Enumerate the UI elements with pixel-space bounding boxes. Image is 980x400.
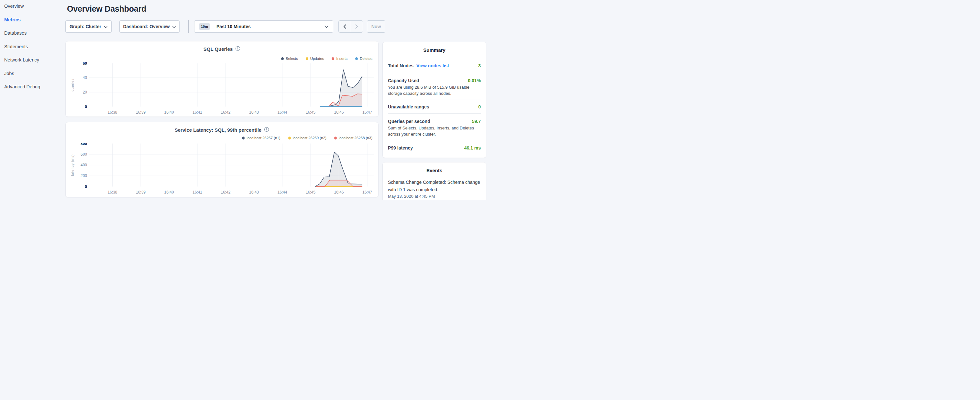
- time-range-badge: 10m: [199, 23, 210, 30]
- chart-title: SQL Queries: [66, 46, 378, 52]
- service-latency-chart-card: Service Latency: SQL, 99th percentile lo…: [65, 122, 379, 198]
- unavailable-ranges-value: 0: [478, 104, 481, 109]
- svg-text:16:41: 16:41: [192, 110, 202, 115]
- svg-text:16:45: 16:45: [306, 110, 315, 115]
- divider: [388, 73, 481, 73]
- svg-text:40: 40: [83, 75, 88, 80]
- legend-dot-icon: [334, 137, 337, 139]
- event-message[interactable]: Schema Change Completed: Schema change w…: [388, 178, 481, 193]
- page-title: Overview Dashboard: [67, 4, 146, 14]
- info-icon[interactable]: [264, 127, 269, 133]
- legend-dot-icon: [355, 57, 358, 60]
- svg-text:16:45: 16:45: [306, 190, 315, 194]
- chevron-down-icon: [104, 24, 107, 29]
- legend-dot-icon: [242, 137, 245, 139]
- legend-dot-icon: [281, 57, 284, 60]
- summary-row-qps: Queries per second 59.7: [388, 118, 481, 124]
- summary-row-unavailable-ranges: Unavailable ranges 0: [388, 103, 481, 110]
- svg-text:16:41: 16:41: [192, 190, 202, 194]
- p99-latency-value: 46.1 ms: [464, 145, 481, 150]
- svg-text:0: 0: [85, 185, 87, 189]
- sidebar-item-advanced-debug[interactable]: Advanced Debug: [4, 83, 65, 90]
- svg-text:16:39: 16:39: [136, 190, 146, 194]
- svg-text:600: 600: [81, 152, 87, 157]
- legend-dot-icon: [288, 137, 291, 139]
- svg-text:16:43: 16:43: [249, 110, 259, 115]
- sidebar-item-metrics[interactable]: Metrics: [4, 16, 65, 23]
- now-button[interactable]: Now: [367, 21, 385, 33]
- sidebar: Overview Metrics Databases Statements Ne…: [0, 0, 65, 200]
- capacity-used-value: 0.01%: [468, 78, 481, 83]
- divider: [388, 99, 481, 99]
- svg-text:200: 200: [81, 174, 87, 178]
- queries-per-second-label: Queries per second: [388, 119, 430, 124]
- chevron-down-icon: [325, 24, 328, 29]
- svg-text:16:46: 16:46: [334, 110, 344, 115]
- toolbar-divider: [188, 20, 189, 33]
- svg-text:20: 20: [83, 90, 88, 94]
- chart-title: Service Latency: SQL, 99th percentile: [66, 126, 378, 133]
- service-latency-plot: 16:3816:3916:4016:4116:4216:4316:4416:45…: [69, 143, 375, 198]
- queries-per-second-value: 59.7: [472, 119, 481, 124]
- sidebar-item-overview[interactable]: Overview: [4, 3, 65, 10]
- svg-text:16:40: 16:40: [164, 110, 174, 115]
- legend-dot-icon: [332, 57, 334, 60]
- sidebar-item-network-latency[interactable]: Network Latency: [4, 57, 65, 63]
- svg-text:16:40: 16:40: [164, 190, 174, 194]
- events-title: Events: [383, 167, 486, 173]
- capacity-used-label: Capacity Used: [388, 78, 419, 83]
- prev-time-button[interactable]: [339, 21, 351, 32]
- queries-per-second-subtext: Sum of Selects, Updates, Inserts, and De…: [388, 125, 481, 137]
- svg-text:800: 800: [81, 143, 87, 146]
- svg-text:400: 400: [81, 163, 87, 167]
- summary-row-p99: P99 latency 46.1 ms: [388, 144, 481, 151]
- sidebar-item-databases[interactable]: Databases: [4, 30, 65, 36]
- event-timestamp: May 13, 2020 at 4:45 PM: [388, 194, 435, 199]
- legend-dot-icon: [306, 57, 308, 60]
- svg-text:queries: queries: [70, 78, 75, 91]
- unavailable-ranges-label: Unavailable ranges: [388, 104, 430, 109]
- view-nodes-list-link[interactable]: View nodes list: [417, 63, 449, 68]
- divider: [388, 140, 481, 140]
- dashboard-dropdown[interactable]: Dashboard: Overview: [119, 21, 180, 33]
- total-nodes-value: 3: [478, 63, 481, 68]
- summary-row-total-nodes: Total Nodes View nodes list 3: [388, 62, 481, 69]
- legend-label: localhost:26259 (n2): [293, 136, 326, 140]
- info-icon[interactable]: [235, 46, 240, 52]
- svg-text:16:42: 16:42: [221, 110, 231, 115]
- time-range-selector[interactable]: 10m Past 10 Minutes: [194, 21, 333, 33]
- svg-text:16:38: 16:38: [107, 190, 117, 194]
- legend-label: localhost:26257 (n1): [247, 136, 280, 140]
- legend-item[interactable]: localhost:26257 (n1): [242, 136, 280, 140]
- time-range-label: Past 10 Minutes: [216, 24, 321, 29]
- svg-text:16:42: 16:42: [221, 190, 231, 194]
- svg-text:16:47: 16:47: [362, 110, 372, 115]
- summary-row-capacity: Capacity Used 0.01%: [388, 77, 481, 84]
- events-panel: Events Schema Change Completed: Schema c…: [382, 162, 486, 200]
- chart-legend: localhost:26257 (n1)localhost:26259 (n2)…: [242, 135, 372, 140]
- chevron-left-icon: [343, 24, 347, 29]
- chart-title-text: SQL Queries: [204, 46, 233, 52]
- total-nodes-label: Total Nodes: [388, 63, 414, 68]
- next-time-button[interactable]: [351, 21, 363, 32]
- summary-title: Summary: [383, 47, 486, 53]
- graph-dropdown[interactable]: Graph: Cluster: [65, 21, 111, 33]
- sidebar-item-statements[interactable]: Statements: [4, 43, 65, 50]
- legend-item[interactable]: localhost:26259 (n2): [288, 136, 326, 140]
- capacity-used-subtext: You are using 28.6 MiB of 515.9 GiB usab…: [388, 84, 481, 96]
- svg-text:16:43: 16:43: [249, 190, 259, 194]
- sql-queries-chart-card: SQL Queries SelectsUpdatesInsertsDeletes…: [65, 41, 379, 117]
- graph-dropdown-label: Graph: Cluster: [70, 24, 101, 29]
- legend-label: localhost:26258 (n3): [339, 136, 372, 140]
- summary-panel: Summary Total Nodes View nodes list 3 Ca…: [382, 42, 486, 158]
- svg-text:16:47: 16:47: [362, 190, 372, 194]
- p99-latency-label: P99 latency: [388, 145, 413, 150]
- svg-text:16:46: 16:46: [334, 190, 344, 194]
- time-step-buttons: [339, 21, 363, 33]
- chevron-right-icon: [355, 24, 358, 29]
- legend-item[interactable]: localhost:26258 (n3): [334, 136, 372, 140]
- chevron-down-icon: [172, 24, 176, 29]
- dashboard-dropdown-label: Dashboard: Overview: [123, 24, 170, 29]
- sidebar-item-jobs[interactable]: Jobs: [4, 70, 65, 77]
- svg-text:16:44: 16:44: [277, 110, 287, 115]
